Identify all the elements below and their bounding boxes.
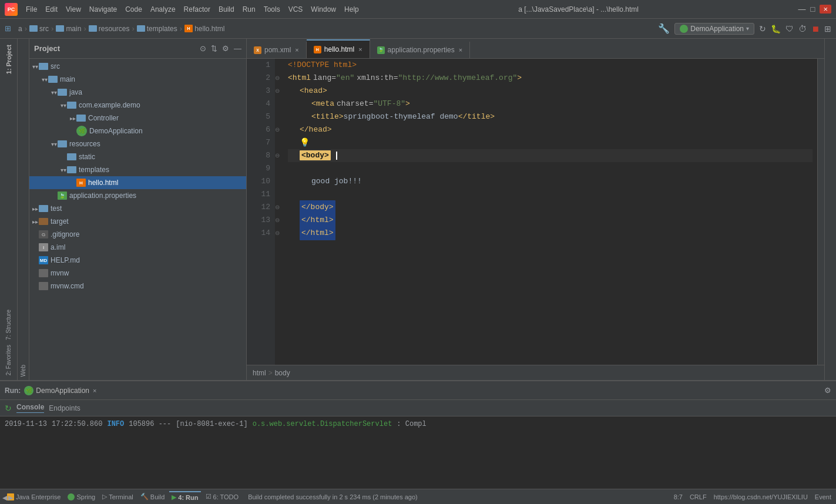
- settings-icon[interactable]: ⚙: [222, 44, 229, 53]
- run-app-name[interactable]: DemoApplication: [36, 387, 89, 395]
- code-content[interactable]: <!DOCTYPE html> <html lang="en" xmlns:th…: [283, 59, 817, 365]
- menu-file[interactable]: File: [26, 5, 37, 14]
- event-tab[interactable]: Event: [815, 493, 831, 500]
- tree-item-helpmd[interactable]: MD HELP.md: [29, 254, 246, 267]
- minimize-panel-icon[interactable]: —: [234, 44, 241, 53]
- menu-edit[interactable]: Edit: [45, 5, 58, 14]
- menu-code[interactable]: Code: [125, 5, 142, 14]
- tree-item-src[interactable]: ▾ src: [29, 60, 246, 73]
- fold-line3[interactable]: ⊖: [275, 85, 283, 98]
- fold-line8[interactable]: ⊖: [275, 149, 283, 162]
- menu-vcs[interactable]: VCS: [288, 5, 303, 14]
- stop-icon[interactable]: ⏹: [811, 24, 820, 33]
- todo-icon: ☑: [206, 493, 211, 500]
- tab-close-pom[interactable]: ×: [295, 46, 298, 53]
- menu-navigate[interactable]: Navigate: [89, 5, 117, 14]
- menu-tools[interactable]: Tools: [264, 5, 280, 14]
- folder-icon-main: [56, 25, 64, 32]
- web-sidebar: Web: [18, 39, 29, 380]
- build-tab[interactable]: 🔨 Build: [138, 492, 167, 502]
- tab-close-html[interactable]: ×: [358, 46, 362, 53]
- fold-line12[interactable]: ⊖: [275, 201, 283, 214]
- code-line-11: [288, 188, 813, 201]
- menu-refactor[interactable]: Refactor: [184, 5, 210, 14]
- sidebar-project-tab[interactable]: 1: Project: [4, 41, 14, 78]
- breadcrumb-src[interactable]: src: [29, 25, 49, 33]
- wrench-icon[interactable]: 🔧: [658, 23, 670, 34]
- sidebar-favorites-tab[interactable]: 2: Favorites: [4, 342, 13, 378]
- scroll-right-btn[interactable]: ▶: [8, 494, 13, 502]
- right-scrollbar[interactable]: [817, 59, 824, 365]
- web-tab[interactable]: Web: [19, 361, 28, 380]
- todo-tab[interactable]: ☑ 6: TODO: [203, 492, 241, 502]
- tab-close-props[interactable]: ×: [459, 46, 462, 53]
- fold-line14[interactable]: ⊖: [275, 227, 283, 240]
- profile-icon[interactable]: ⏱: [798, 24, 807, 33]
- tab-hello-html[interactable]: H hello.html ×: [307, 39, 370, 58]
- tree-item-appprops[interactable]: 🍃 application.properties: [29, 189, 246, 202]
- label-demoapplication: DemoApplication: [89, 127, 143, 135]
- tree-item-gitignore[interactable]: G .gitignore: [29, 228, 246, 241]
- tree-item-resources[interactable]: ▾ resources: [29, 137, 246, 150]
- menu-window[interactable]: Window: [311, 5, 336, 14]
- scroll-left-btn[interactable]: ◀: [2, 494, 7, 502]
- menu-view[interactable]: View: [66, 5, 81, 14]
- tree-item-java[interactable]: ▾ java: [29, 86, 246, 99]
- menu-help[interactable]: Help: [344, 5, 359, 14]
- tree-item-controller[interactable]: ▸ Controller: [29, 112, 246, 125]
- fold-line2[interactable]: ⊖: [275, 72, 283, 85]
- tab-app-properties[interactable]: 🍃 application.properties ×: [370, 42, 471, 58]
- tree-item-templates[interactable]: ▾ templates: [29, 163, 246, 176]
- tree-item-target[interactable]: ▸ target: [29, 215, 246, 228]
- menu-analyze[interactable]: Analyze: [150, 5, 176, 14]
- tree-item-main[interactable]: ▾ main: [29, 73, 246, 86]
- tree-item-mvnw[interactable]: mvnw: [29, 267, 246, 280]
- code-line-10: good job!!!: [288, 175, 813, 188]
- menu-run[interactable]: Run: [243, 5, 256, 14]
- coverage-icon[interactable]: 🛡: [785, 24, 794, 33]
- debug-icon[interactable]: 🐛: [771, 24, 781, 33]
- breadcrumb-main[interactable]: main: [56, 25, 81, 33]
- layout-icon[interactable]: ⊞: [824, 24, 831, 33]
- tree-item-aiml[interactable]: I a.iml: [29, 241, 246, 254]
- bottom-settings-icon[interactable]: ⚙: [824, 386, 831, 395]
- fold-line13[interactable]: ⊖: [275, 214, 283, 227]
- sidebar-structure-tab[interactable]: 7: Structure: [4, 307, 13, 342]
- close-button[interactable]: ×: [820, 5, 831, 14]
- tree-item-test[interactable]: ▸ test: [29, 202, 246, 215]
- tree-item-static[interactable]: static: [29, 150, 246, 163]
- spring-icon: [68, 493, 75, 500]
- tab-pom-xml[interactable]: X pom.xml ×: [247, 42, 307, 58]
- breadcrumb-hellohtml[interactable]: H hello.html: [184, 25, 224, 33]
- breadcrumb-templates[interactable]: templates: [137, 25, 177, 33]
- locate-icon[interactable]: ⊙: [200, 44, 206, 53]
- line-ending[interactable]: CRLF: [690, 493, 707, 500]
- code-line-2: <html lang="en" xmlns:th="http://www.thy…: [288, 72, 813, 85]
- console-toolbar: ↻ Console Endpoints: [0, 400, 836, 416]
- terminal-tab[interactable]: ▷ Terminal: [100, 492, 136, 502]
- run-config-dropdown[interactable]: DemoApplication ▾: [674, 23, 754, 35]
- tree-item-com[interactable]: ▾ com.example.demo: [29, 99, 246, 112]
- endpoints-tab-btn[interactable]: Endpoints: [49, 404, 80, 412]
- breadcrumb-a[interactable]: a: [18, 25, 22, 33]
- run-spring-icon: 🌿: [24, 386, 33, 395]
- run-tab[interactable]: ▶ 4: Run: [169, 491, 200, 502]
- restart-icon[interactable]: ↻: [5, 404, 12, 413]
- sort-icon[interactable]: ⇅: [211, 44, 217, 53]
- tree-item-hellohtml[interactable]: H hello.html: [29, 176, 246, 189]
- fold-line6[interactable]: ⊖: [275, 123, 283, 136]
- menu-build[interactable]: Build: [219, 5, 234, 14]
- breadcrumb-resources[interactable]: resources: [89, 25, 130, 33]
- console-content[interactable]: 2019-11-13 17:22:50.860 INFO 105896 --- …: [0, 416, 836, 489]
- spring-tab[interactable]: Spring: [65, 492, 98, 502]
- cursor-position[interactable]: 8:7: [674, 493, 683, 500]
- file-icon-git: G: [39, 230, 48, 238]
- tab-label-html: hello.html: [324, 45, 354, 53]
- breadcrumb-sep4: ›: [132, 24, 134, 33]
- footer-html: html: [253, 369, 266, 377]
- refresh-icon[interactable]: ↻: [759, 24, 766, 33]
- tree-item-mvnwcmd[interactable]: mvnw.cmd: [29, 280, 246, 293]
- run-close-btn[interactable]: ×: [93, 387, 96, 394]
- console-tab-btn[interactable]: Console: [16, 403, 44, 413]
- tree-item-demoapplication[interactable]: 🌿 DemoApplication: [29, 125, 246, 137]
